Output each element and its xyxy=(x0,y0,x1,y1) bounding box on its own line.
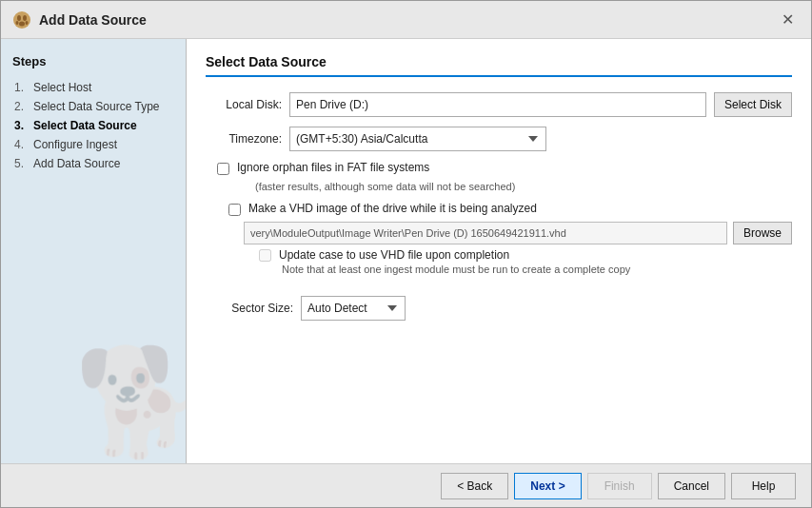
svg-point-4 xyxy=(26,21,29,25)
ignore-orphan-label[interactable]: Ignore orphan files in FAT file systems xyxy=(237,161,429,174)
make-vhd-row: Make a VHD image of the drive while it i… xyxy=(228,202,792,216)
main-panel: Select Data Source Local Disk: Select Di… xyxy=(187,39,811,463)
add-data-source-dialog: Add Data Source ✕ Steps 1. Select Host 2… xyxy=(0,0,812,508)
vhd-section: Make a VHD image of the drive while it i… xyxy=(217,202,792,284)
panel-title: Select Data Source xyxy=(206,54,792,77)
dialog-content: Steps 1. Select Host 2. Select Data Sour… xyxy=(1,39,811,463)
step-3-active: 3. Select Data Source xyxy=(12,116,174,135)
update-case-checkbox[interactable] xyxy=(259,249,271,262)
ignore-orphan-subtext: (faster results, although some data will… xyxy=(255,181,792,192)
step-1: 1. Select Host xyxy=(12,78,174,97)
local-disk-input[interactable] xyxy=(289,92,706,117)
update-case-row: Update case to use VHD file upon complet… xyxy=(259,248,792,262)
browse-button[interactable]: Browse xyxy=(733,222,792,244)
sidebar: Steps 1. Select Host 2. Select Data Sour… xyxy=(1,39,187,463)
vhd-path-input[interactable] xyxy=(244,222,727,244)
cancel-button[interactable]: Cancel xyxy=(658,473,725,499)
make-vhd-checkbox[interactable] xyxy=(228,204,241,216)
vhd-path-row: Browse xyxy=(244,222,792,244)
help-button[interactable]: Help xyxy=(731,473,796,499)
ignore-orphan-row: Ignore orphan files in FAT file systems xyxy=(217,161,792,175)
footer: < Back Next > Finish Cancel Help xyxy=(1,463,811,507)
svg-point-1 xyxy=(17,15,21,21)
step-2: 2. Select Data Source Type xyxy=(12,97,174,116)
ignore-orphan-checkbox[interactable] xyxy=(217,163,229,175)
sector-size-select[interactable]: Auto Detect 512 1024 2048 4096 xyxy=(301,296,406,321)
close-button[interactable]: ✕ xyxy=(776,10,800,29)
title-bar-left: Add Data Source xyxy=(12,10,147,29)
app-icon xyxy=(12,10,31,29)
timezone-row: Timezone: (GMT+5:30) Asia/Calcutta (GMT+… xyxy=(206,127,792,151)
next-button[interactable]: Next > xyxy=(514,473,581,499)
steps-title: Steps xyxy=(12,54,174,68)
select-disk-button[interactable]: Select Disk xyxy=(714,92,792,117)
update-case-label: Update case to use VHD file upon complet… xyxy=(279,248,509,262)
step-5: 5. Add Data Source xyxy=(12,154,174,173)
make-vhd-label[interactable]: Make a VHD image of the drive while it i… xyxy=(248,202,537,215)
timezone-select[interactable]: (GMT+5:30) Asia/Calcutta (GMT+0:00) UTC … xyxy=(289,127,546,151)
svg-point-2 xyxy=(23,15,27,21)
step-4: 4. Configure Ingest xyxy=(12,135,174,154)
svg-point-5 xyxy=(19,21,25,26)
dialog-title: Add Data Source xyxy=(39,12,147,28)
back-button[interactable]: < Back xyxy=(441,473,508,499)
title-bar: Add Data Source ✕ xyxy=(1,1,811,39)
sector-size-label: Sector Size: xyxy=(217,302,293,315)
steps-list: 1. Select Host 2. Select Data Source Typ… xyxy=(12,78,174,173)
svg-point-3 xyxy=(16,21,19,25)
note-text: Note that at least one ingest module mus… xyxy=(282,264,792,275)
sector-size-row: Sector Size: Auto Detect 512 1024 2048 4… xyxy=(217,296,792,321)
timezone-label: Timezone: xyxy=(206,132,282,146)
sidebar-watermark: 🐕 xyxy=(74,349,187,454)
local-disk-label: Local Disk: xyxy=(206,98,282,111)
finish-button[interactable]: Finish xyxy=(587,473,652,499)
local-disk-row: Local Disk: Select Disk xyxy=(206,92,792,117)
